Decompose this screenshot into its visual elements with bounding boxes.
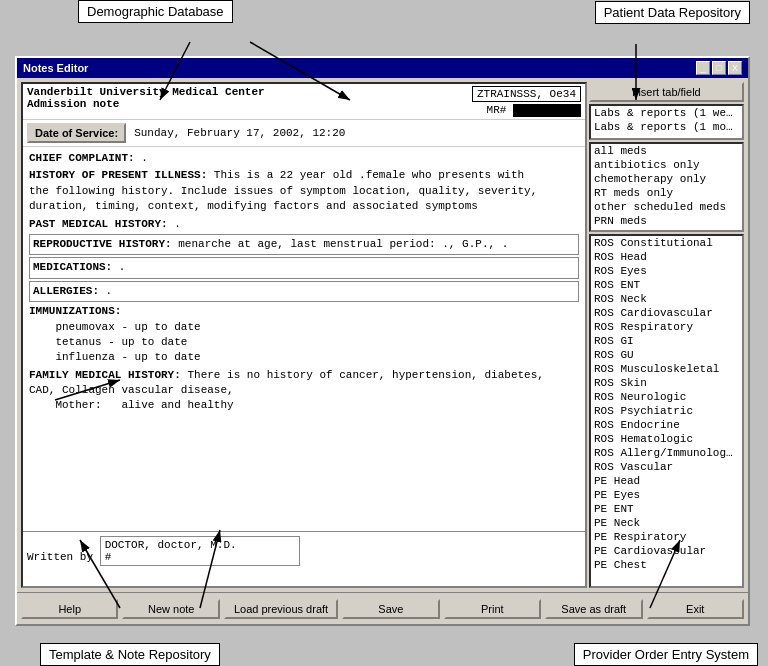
close-btn[interactable]: X	[728, 61, 742, 75]
ros-gi-item[interactable]: ROS GI	[591, 334, 742, 348]
ztrains-id: ZTRAINSSS, Oe34	[472, 86, 581, 102]
repro-label: REPRODUCTIVE HISTORY:	[33, 238, 172, 250]
notes-editor-window: Notes Editor _ □ X Vanderbilt University…	[15, 56, 750, 626]
note-type: Admission note	[27, 98, 472, 110]
patient-data-repo-label: Patient Data Repository	[595, 1, 750, 24]
section-immunizations: IMMUNIZATIONS: pneumovax - up to date te…	[29, 304, 579, 366]
allergies-content: .	[99, 285, 112, 297]
ros-ent-item[interactable]: ROS ENT	[591, 278, 742, 292]
pe-eyes-item[interactable]: PE Eyes	[591, 488, 742, 502]
institution-info: Vanderbilt University Medical Center Adm…	[27, 86, 472, 110]
mrn-label: MR#	[487, 104, 507, 116]
ros-hema-item[interactable]: ROS Hematologic	[591, 432, 742, 446]
mrn-line: MR# ██████████	[472, 104, 581, 117]
section-fmh: FAMILY MEDICAL HISTORY: There is no hist…	[29, 368, 579, 414]
meds-content: .	[112, 261, 125, 273]
save-as-draft-button[interactable]: Save as draft	[545, 599, 642, 619]
ros-musculo-item[interactable]: ROS Musculoskeletal	[591, 362, 742, 376]
section-chief-complaint: CHIEF COMPLAINT: .	[29, 151, 579, 166]
minimize-btn[interactable]: _	[696, 61, 710, 75]
window-title: Notes Editor	[23, 62, 88, 74]
save-button[interactable]: Save	[342, 599, 439, 619]
immun-label: IMMUNIZATIONS:	[29, 305, 121, 317]
iv-fluids-item[interactable]: IV fluids	[591, 228, 742, 232]
mrn-value: ██████████	[513, 104, 581, 117]
load-draft-button[interactable]: Load previous draft	[224, 599, 338, 619]
hpi-label: HISTORY OF PRESENT ILLNESS:	[29, 169, 207, 181]
toolbar: Help New note Load previous draft Save P…	[17, 592, 748, 624]
cc-content: .	[135, 152, 148, 164]
editor-area: Vanderbilt University Medical Center Adm…	[21, 82, 587, 588]
help-button[interactable]: Help	[21, 599, 118, 619]
pmh-label: PAST MEDICAL HISTORY:	[29, 218, 168, 230]
section-meds: MEDICATIONS: .	[29, 257, 579, 278]
ros-cardio-item[interactable]: ROS Cardiovascular	[591, 306, 742, 320]
ros-resp-item[interactable]: ROS Respiratory	[591, 320, 742, 334]
ros-constitutional-item[interactable]: ROS Constitutional	[591, 236, 742, 250]
dos-label: Date of Service:	[27, 123, 126, 143]
institution-name: Vanderbilt University Medical Center	[27, 86, 472, 98]
written-by-label: Written by	[27, 551, 93, 563]
pe-ent-item[interactable]: PE ENT	[591, 502, 742, 516]
section-hpi: HISTORY OF PRESENT ILLNESS: This is a 22…	[29, 168, 579, 214]
cc-label: CHIEF COMPLAINT:	[29, 152, 135, 164]
labs-list[interactable]: Labs & reports (1 week) Labs & reports (…	[589, 104, 744, 140]
fmh-label: FAMILY MEDICAL HISTORY:	[29, 369, 181, 381]
ros-eyes-item[interactable]: ROS Eyes	[591, 264, 742, 278]
ros-pe-list[interactable]: ROS Constitutional ROS Head ROS Eyes ROS…	[589, 234, 744, 588]
rt-meds-item[interactable]: RT meds only	[591, 186, 742, 200]
meds-list[interactable]: all meds antibiotics only chemotherapy o…	[589, 142, 744, 232]
section-allergies: ALLERGIES: .	[29, 281, 579, 302]
insert-tab-field-btn[interactable]: insert tab/field	[589, 82, 744, 102]
ros-neck-item[interactable]: ROS Neck	[591, 292, 742, 306]
maximize-btn[interactable]: □	[712, 61, 726, 75]
antibiotics-item[interactable]: antibiotics only	[591, 158, 742, 172]
pe-head-item[interactable]: PE Head	[591, 474, 742, 488]
signature-content: DOCTOR, doctor, M.D. #	[100, 536, 300, 566]
meds-label: MEDICATIONS:	[33, 261, 112, 273]
ros-endo-item[interactable]: ROS Endocrine	[591, 418, 742, 432]
patient-info: ZTRAINSSS, Oe34 MR# ██████████	[472, 86, 581, 117]
provider-order-label: Provider Order Entry System	[574, 643, 758, 666]
dos-bar: Date of Service: Sunday, February 17, 20…	[23, 120, 585, 147]
other-sched-item[interactable]: other scheduled meds	[591, 200, 742, 214]
ros-head-item[interactable]: ROS Head	[591, 250, 742, 264]
ros-gu-item[interactable]: ROS GU	[591, 348, 742, 362]
window-content: Vanderbilt University Medical Center Adm…	[17, 78, 748, 592]
chemo-item[interactable]: chemotherapy only	[591, 172, 742, 186]
signature-area: Written by DOCTOR, doctor, M.D. #	[23, 531, 585, 586]
repro-content: menarche at age, last menstrual period: …	[172, 238, 509, 250]
ros-psych-item[interactable]: ROS Psychiatric	[591, 404, 742, 418]
labs-month-item[interactable]: Labs & reports (1 month)	[591, 120, 742, 134]
pe-neck-item[interactable]: PE Neck	[591, 516, 742, 530]
template-note-repo-label: Template & Note Repository	[40, 643, 220, 666]
new-note-button[interactable]: New note	[122, 599, 219, 619]
all-meds-item[interactable]: all meds	[591, 144, 742, 158]
section-repro: REPRODUCTIVE HISTORY: menarche at age, l…	[29, 234, 579, 255]
demographic-db-label: Demographic Database	[78, 0, 233, 23]
immun-content: pneumovax - up to date tetanus - up to d…	[29, 321, 201, 364]
window-titlebar: Notes Editor _ □ X	[17, 58, 748, 78]
ros-neuro-item[interactable]: ROS Neurologic	[591, 390, 742, 404]
labs-week-item[interactable]: Labs & reports (1 week)	[591, 106, 742, 120]
pe-chest-item[interactable]: PE Chest	[591, 558, 742, 572]
right-sidebar: insert tab/field Labs & reports (1 week)…	[589, 82, 744, 588]
pmh-content: .	[168, 218, 181, 230]
section-pmh: PAST MEDICAL HISTORY: .	[29, 217, 579, 232]
ros-allergy-item[interactable]: ROS Allerg/Immunologi...	[591, 446, 742, 460]
doctor-name: DOCTOR, doctor, M.D.	[105, 539, 295, 551]
ros-skin-item[interactable]: ROS Skin	[591, 376, 742, 390]
pe-cardio-item[interactable]: PE Cardiovascular	[591, 544, 742, 558]
prn-meds-item[interactable]: PRN meds	[591, 214, 742, 228]
exit-button[interactable]: Exit	[647, 599, 744, 619]
pe-resp-item[interactable]: PE Respiratory	[591, 530, 742, 544]
dos-value: Sunday, February 17, 2002, 12:20	[134, 127, 345, 139]
print-button[interactable]: Print	[444, 599, 541, 619]
editor-header: Vanderbilt University Medical Center Adm…	[23, 84, 585, 120]
signature-hash: #	[105, 551, 295, 563]
titlebar-controls: _ □ X	[696, 61, 742, 75]
allergies-label: ALLERGIES:	[33, 285, 99, 297]
note-body[interactable]: CHIEF COMPLAINT: . HISTORY OF PRESENT IL…	[23, 147, 585, 531]
ros-vascular-item[interactable]: ROS Vascular	[591, 460, 742, 474]
